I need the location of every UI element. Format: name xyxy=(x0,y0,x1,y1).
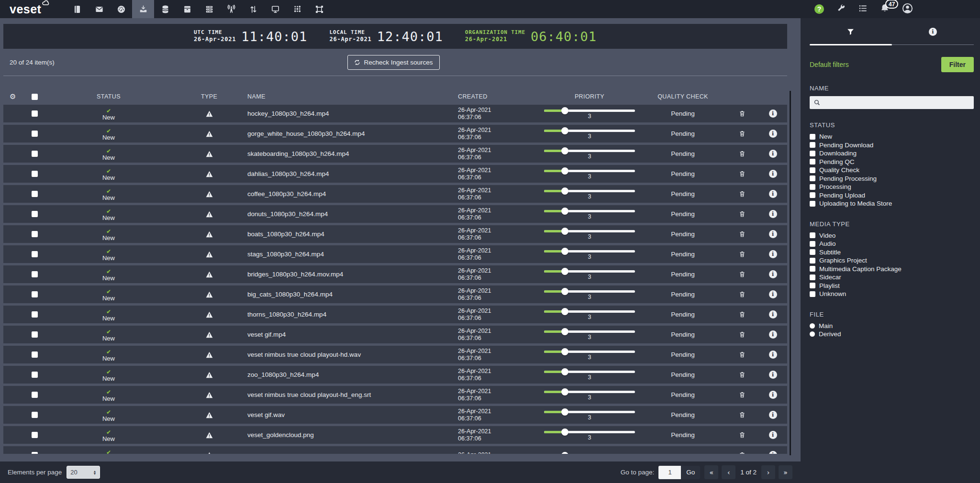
status-filter-option[interactable]: Quality Check xyxy=(810,166,974,175)
elements-per-page-select[interactable]: 20 ▲▼ xyxy=(67,466,100,479)
priority-slider-handle[interactable] xyxy=(561,452,568,454)
priority-slider[interactable] xyxy=(544,330,635,333)
priority-slider[interactable] xyxy=(544,150,635,152)
nav-monitor[interactable] xyxy=(264,0,286,18)
recheck-ingest-sources-button[interactable]: Recheck Ingest sources xyxy=(347,55,439,70)
radio-icon[interactable] xyxy=(810,331,815,337)
checkbox-icon[interactable] xyxy=(810,134,815,140)
name-search-box[interactable] xyxy=(810,96,974,109)
delete-button[interactable] xyxy=(726,351,758,358)
info-button[interactable]: i xyxy=(758,451,787,454)
priority-slider-handle[interactable] xyxy=(561,248,568,255)
tab-filters[interactable] xyxy=(810,25,892,38)
status-filter-option[interactable]: Pending Download xyxy=(810,141,974,150)
priority-slider[interactable] xyxy=(544,190,635,192)
status-filter-option[interactable]: Pending Processing xyxy=(810,175,974,183)
row-checkbox[interactable] xyxy=(32,191,38,197)
priority-slider-handle[interactable] xyxy=(561,228,568,235)
priority-slider[interactable] xyxy=(544,351,635,353)
radio-icon[interactable] xyxy=(810,323,815,329)
nav-mail[interactable] xyxy=(88,0,110,18)
priority-slider-handle[interactable] xyxy=(561,328,568,335)
info-button[interactable]: i xyxy=(758,150,787,158)
row-checkbox[interactable] xyxy=(32,432,38,438)
media-type-filter-option[interactable]: Subtitle xyxy=(810,248,974,257)
info-button[interactable]: i xyxy=(758,351,787,359)
checkbox-icon[interactable] xyxy=(810,159,815,165)
checkbox-icon[interactable] xyxy=(810,274,815,280)
select-all-checkbox[interactable] xyxy=(32,94,38,100)
row-checkbox[interactable] xyxy=(32,151,38,157)
delete-button[interactable] xyxy=(726,170,758,177)
row-checkbox[interactable] xyxy=(32,131,38,137)
row-checkbox[interactable] xyxy=(32,231,38,237)
info-button[interactable]: i xyxy=(758,190,787,198)
priority-slider[interactable] xyxy=(544,170,635,172)
header-name[interactable]: NAME xyxy=(247,93,458,100)
checkbox-icon[interactable] xyxy=(810,151,815,156)
nav-dashboard[interactable] xyxy=(110,0,132,18)
priority-slider-handle[interactable] xyxy=(561,308,568,315)
checkbox-icon[interactable] xyxy=(810,249,815,255)
checkbox-icon[interactable] xyxy=(810,184,815,190)
priority-slider[interactable] xyxy=(544,130,635,132)
priority-slider[interactable] xyxy=(544,270,635,273)
delete-button[interactable] xyxy=(726,451,758,454)
file-filter-option[interactable]: Main xyxy=(810,322,974,330)
priority-slider-handle[interactable] xyxy=(561,187,568,195)
delete-button[interactable] xyxy=(726,130,758,137)
info-button[interactable]: i xyxy=(758,411,787,419)
status-filter-option[interactable]: Downloading xyxy=(810,149,974,158)
nav-servers[interactable] xyxy=(198,0,220,18)
priority-slider-handle[interactable] xyxy=(561,408,568,416)
info-button[interactable]: i xyxy=(758,431,787,439)
priority-slider-handle[interactable] xyxy=(561,368,568,375)
priority-slider[interactable] xyxy=(544,230,635,232)
checkbox-icon[interactable] xyxy=(810,283,815,288)
info-button[interactable]: i xyxy=(758,330,787,339)
first-page-button[interactable]: « xyxy=(704,465,718,479)
task-list-button[interactable] xyxy=(858,4,868,15)
header-created[interactable]: CREATED xyxy=(458,93,539,100)
status-filter-option[interactable]: Pending QC xyxy=(810,158,974,166)
row-checkbox[interactable] xyxy=(32,271,38,277)
media-type-filter-option[interactable]: Multimedia Caption Package xyxy=(810,265,974,274)
table-scrollbar[interactable] xyxy=(790,91,791,455)
file-filter-option[interactable]: Derived xyxy=(810,330,974,339)
delete-button[interactable] xyxy=(726,391,758,398)
priority-slider-handle[interactable] xyxy=(561,127,568,134)
name-search-input[interactable] xyxy=(824,99,969,106)
priority-slider-handle[interactable] xyxy=(561,268,568,275)
info-button[interactable]: i xyxy=(758,130,787,138)
priority-slider[interactable] xyxy=(544,371,635,373)
checkbox-icon[interactable] xyxy=(810,258,815,263)
info-button[interactable]: i xyxy=(758,290,787,298)
checkbox-icon[interactable] xyxy=(810,192,815,198)
row-checkbox[interactable] xyxy=(32,311,38,318)
nav-ingest-active[interactable] xyxy=(132,0,154,18)
priority-slider-handle[interactable] xyxy=(561,348,568,355)
delete-button[interactable] xyxy=(726,431,758,439)
info-button[interactable]: i xyxy=(758,270,787,278)
info-button[interactable]: i xyxy=(758,391,787,399)
nav-broadcast[interactable] xyxy=(220,0,242,18)
info-button[interactable]: i xyxy=(758,210,787,218)
priority-slider[interactable] xyxy=(544,250,635,252)
media-type-filter-option[interactable]: Audio xyxy=(810,240,974,248)
row-checkbox[interactable] xyxy=(32,171,38,177)
priority-slider-handle[interactable] xyxy=(561,107,568,114)
nav-transfers[interactable] xyxy=(242,0,264,18)
header-status[interactable]: STATUS xyxy=(46,93,171,100)
info-button[interactable]: i xyxy=(758,110,787,118)
priority-slider[interactable] xyxy=(544,310,635,313)
status-filter-option[interactable]: Uploading to Media Store xyxy=(810,199,974,208)
filter-apply-button[interactable]: Filter xyxy=(941,57,974,72)
row-checkbox[interactable] xyxy=(32,331,38,338)
delete-button[interactable] xyxy=(726,331,758,338)
go-button[interactable]: Go xyxy=(681,466,700,479)
settings-wrench[interactable] xyxy=(836,4,846,15)
media-type-filter-option[interactable]: Unknown xyxy=(810,290,974,298)
help-icon[interactable]: ? xyxy=(814,4,824,14)
row-checkbox[interactable] xyxy=(32,110,38,117)
row-checkbox[interactable] xyxy=(32,392,38,398)
